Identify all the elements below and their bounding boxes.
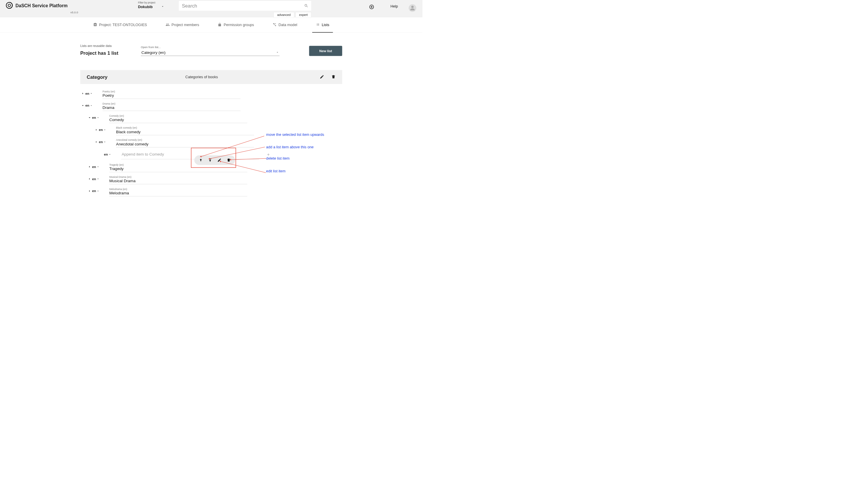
lang-select[interactable]: en xyxy=(92,189,103,193)
append-item-input[interactable] xyxy=(121,150,259,159)
annotation-label-edit: edit list item xyxy=(266,169,286,173)
tree-node-drama: en Drama (en) Drama xyxy=(80,100,342,112)
brand: DaSCH Service Platform xyxy=(6,2,68,9)
chevron-down-icon xyxy=(276,50,279,55)
expand-icon[interactable] xyxy=(80,91,85,96)
lang-select[interactable]: en xyxy=(92,116,103,120)
expand-icon[interactable] xyxy=(87,177,92,182)
lang-select[interactable]: en xyxy=(99,128,110,132)
open-list-value: Category (en) xyxy=(142,50,165,55)
version-label: v5.0.0 xyxy=(70,11,78,14)
tab-members[interactable]: Project members xyxy=(162,17,203,32)
tab-permissions[interactable]: Permission groups xyxy=(214,17,258,32)
search-input[interactable] xyxy=(179,1,311,11)
avatar[interactable] xyxy=(409,4,416,12)
lists-header-row: Lists are reusable data Project has 1 li… xyxy=(80,44,342,56)
tree-node-comedy: en Comedy (en) Comedy xyxy=(80,111,342,124)
annotation-label-add-above: add a list item above this one xyxy=(266,145,314,149)
annotation-label-delete: delete list item xyxy=(266,156,290,160)
node-value[interactable]: Poetry xyxy=(102,93,240,99)
search-icon[interactable] xyxy=(304,4,308,9)
logo-icon xyxy=(6,2,13,9)
list-title: Category xyxy=(87,74,185,80)
node-value[interactable]: Black comedy xyxy=(116,130,254,135)
node-caption: Poetry (en) xyxy=(102,90,240,93)
delete-list-icon[interactable] xyxy=(331,74,336,80)
node-caption: Black comedy (en) xyxy=(116,127,254,130)
lang-select[interactable]: en xyxy=(104,152,115,157)
node-value[interactable]: Anecdotal comedy xyxy=(116,142,254,147)
search-mode-expert[interactable]: expert xyxy=(296,12,311,18)
node-caption: Comedy (en) xyxy=(110,114,247,117)
search-mode-advanced[interactable]: advanced xyxy=(274,12,294,18)
expand-icon[interactable] xyxy=(87,189,92,194)
node-caption: Anecdotal comedy (en) xyxy=(116,139,254,141)
lang-select[interactable]: en xyxy=(85,92,96,95)
tree-node-musical-drama: en Musical Drama (en) Musical Drama xyxy=(80,173,342,185)
node-value[interactable]: Musical Drama xyxy=(110,179,247,184)
expand-icon[interactable] xyxy=(94,127,99,132)
node-caption: Musical Drama (en) xyxy=(110,175,247,179)
tab-datamodel[interactable]: Data model xyxy=(269,17,301,32)
project-tabs: Project: TEST-ONTOLOGIES Project members… xyxy=(0,17,422,33)
tree-node-melodrama: en Melodrama (en) Melodrama xyxy=(80,185,342,197)
list-tree: en Poetry (en) Poetry en Drama (en) Dram… xyxy=(80,88,342,197)
collapse-icon[interactable] xyxy=(80,103,85,108)
brand-title: DaSCH Service Platform xyxy=(16,3,68,8)
list-panel-header: Category Categories of books xyxy=(80,70,342,84)
node-value[interactable]: Tragedy xyxy=(110,166,247,172)
open-list-select[interactable]: Open from list... Category (en) xyxy=(141,46,280,56)
project-filter[interactable]: Filter by project Dokubib xyxy=(138,1,175,9)
delete-icon[interactable] xyxy=(226,157,231,163)
edit-icon[interactable] xyxy=(217,157,222,163)
collapse-icon[interactable] xyxy=(87,115,92,121)
lang-select[interactable]: en xyxy=(99,140,110,144)
node-caption: Melodrama (en) xyxy=(110,188,247,191)
new-list-button[interactable]: New list xyxy=(309,46,342,56)
content: Lists are reusable data Project has 1 li… xyxy=(80,33,342,197)
expand-icon[interactable] xyxy=(94,139,99,144)
node-value[interactable]: Drama xyxy=(102,105,240,111)
lists-note: Lists are reusable data xyxy=(80,44,128,48)
project-filter-value: Dokubib xyxy=(138,4,153,9)
tree-node-poetry: en Poetry (en) Poetry xyxy=(80,88,342,100)
svg-point-1 xyxy=(8,4,10,6)
annotation-label-move-up: move the selected list item upwards xyxy=(266,132,324,137)
chevron-down-icon xyxy=(161,4,164,9)
edit-list-icon[interactable] xyxy=(320,74,324,80)
project-filter-label: Filter by project xyxy=(138,1,175,4)
topbar: DaSCH Service Platform v5.0.0 Filter by … xyxy=(0,0,422,17)
add-button[interactable] xyxy=(369,4,374,10)
open-list-label: Open from list... xyxy=(141,46,280,49)
help-link[interactable]: Help xyxy=(390,4,398,9)
search-box: advanced expert xyxy=(179,1,311,11)
tab-lists[interactable]: Lists xyxy=(312,17,333,32)
list-subtitle: Categories of books xyxy=(185,75,319,79)
lang-select[interactable]: en xyxy=(92,165,103,169)
node-value[interactable]: Comedy xyxy=(110,117,247,123)
add-above-icon[interactable] xyxy=(207,157,213,163)
expand-icon[interactable] xyxy=(87,164,92,170)
node-caption: Drama (en) xyxy=(102,102,240,105)
tab-project[interactable]: Project: TEST-ONTOLOGIES xyxy=(90,17,151,32)
lists-title: Project has 1 list xyxy=(80,50,128,56)
move-up-icon[interactable] xyxy=(198,157,204,163)
node-actions-pill xyxy=(194,155,235,165)
lang-select[interactable]: en xyxy=(92,177,103,181)
lang-select[interactable]: en xyxy=(85,104,96,108)
node-value[interactable]: Melodrama xyxy=(110,191,247,196)
